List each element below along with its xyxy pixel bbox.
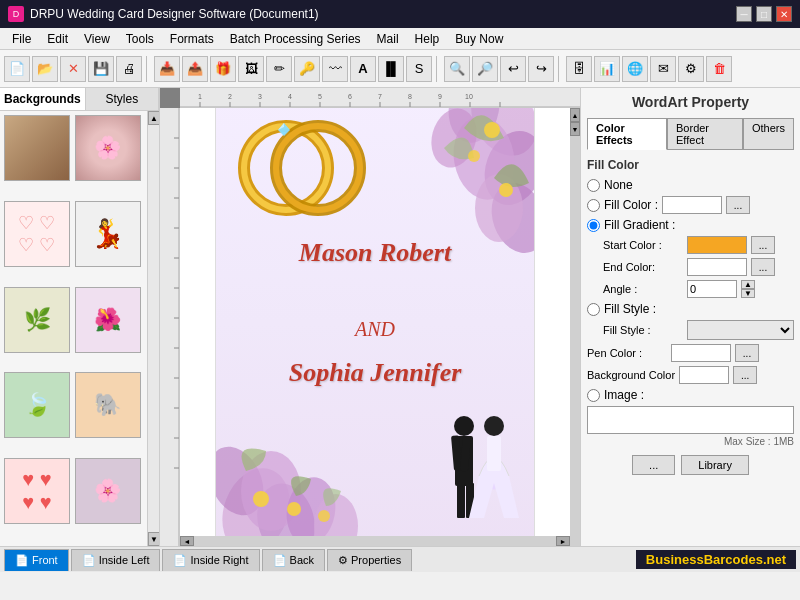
spin-down[interactable]: ▼: [741, 289, 755, 298]
tb-email[interactable]: ✉: [650, 56, 676, 82]
radio-image[interactable]: [587, 389, 600, 402]
tab-front-label: Front: [32, 554, 58, 566]
tb-redo[interactable]: ↪: [528, 56, 554, 82]
maximize-button[interactable]: □: [756, 6, 772, 22]
thumbnail-4[interactable]: 💃: [75, 201, 141, 267]
angle-spinner[interactable]: ▲ ▼: [741, 280, 755, 298]
app-title: DRPU Wedding Card Designer Software (Doc…: [30, 7, 319, 21]
tab-inside-left[interactable]: 📄 Inside Left: [71, 549, 161, 571]
tab-inside-left-label: Inside Left: [99, 554, 150, 566]
scroll-up[interactable]: ▲: [148, 111, 159, 125]
start-color-box[interactable]: [687, 236, 747, 254]
tb-export[interactable]: 📤: [182, 56, 208, 82]
tb-import[interactable]: 📥: [154, 56, 180, 82]
thumbnail-2[interactable]: 🌸: [75, 115, 141, 181]
radio-fill-color[interactable]: [587, 199, 600, 212]
canvas-scrollbar-v[interactable]: ▲ ▼: [570, 108, 580, 546]
left-scrollbar[interactable]: ▲ ▼: [147, 111, 159, 546]
bottom-tabs: 📄 Front 📄 Inside Left 📄 Inside Right 📄 B…: [0, 546, 800, 572]
dots-browse-button[interactable]: ...: [632, 455, 675, 475]
tb-close[interactable]: ✕: [60, 56, 86, 82]
tab-front[interactable]: 📄 Front: [4, 549, 69, 571]
pen-color-dots-btn[interactable]: ...: [735, 344, 759, 362]
angle-input[interactable]: [687, 280, 737, 298]
tb-globe[interactable]: 🌐: [622, 56, 648, 82]
end-color-dots-btn[interactable]: ...: [751, 258, 775, 276]
tb-zoom-out[interactable]: 🔎: [472, 56, 498, 82]
tb-image[interactable]: 🖼: [238, 56, 264, 82]
start-color-dots-btn[interactable]: ...: [751, 236, 775, 254]
tb-new[interactable]: 📄: [4, 56, 30, 82]
end-color-box[interactable]: [687, 258, 747, 276]
menu-formats[interactable]: Formats: [162, 30, 222, 48]
close-button[interactable]: ✕: [776, 6, 792, 22]
tab-inside-right[interactable]: 📄 Inside Right: [162, 549, 259, 571]
scroll-down[interactable]: ▼: [148, 532, 159, 546]
tab-others[interactable]: Others: [743, 118, 794, 150]
tb-wave[interactable]: 〰: [322, 56, 348, 82]
thumbnail-10[interactable]: 🌸: [75, 458, 141, 524]
bg-color-box[interactable]: [679, 366, 729, 384]
tb-print[interactable]: 🖨: [116, 56, 142, 82]
tab-styles[interactable]: Styles: [86, 88, 159, 110]
menu-mail[interactable]: Mail: [369, 30, 407, 48]
image-upload-box[interactable]: [587, 406, 794, 434]
svg-text:4: 4: [288, 93, 292, 100]
couple-silhouette: [439, 408, 519, 531]
window-controls[interactable]: ─ □ ✕: [736, 6, 792, 22]
spin-up[interactable]: ▲: [741, 280, 755, 289]
svg-point-62: [454, 416, 474, 436]
card-text-name2: Sophia Jennifer: [216, 358, 534, 388]
properties-icon: ⚙: [338, 554, 348, 567]
tb-del[interactable]: 🗑: [706, 56, 732, 82]
tb-text[interactable]: A: [350, 56, 376, 82]
minimize-button[interactable]: ─: [736, 6, 752, 22]
thumbnail-9[interactable]: ♥ ♥♥ ♥: [4, 458, 70, 524]
tab-border-effect[interactable]: Border Effect: [667, 118, 743, 150]
thumbnail-6[interactable]: 🌺: [75, 287, 141, 353]
tb-barcode[interactable]: ▐▌: [378, 56, 404, 82]
thumbnail-8[interactable]: 🐘: [75, 372, 141, 438]
floral-top-right: [344, 108, 534, 308]
tab-backgrounds[interactable]: Backgrounds: [0, 88, 86, 110]
thumbnail-5[interactable]: 🌿: [4, 287, 70, 353]
thumbnail-3[interactable]: ♡ ♡♡ ♡: [4, 201, 70, 267]
tb-undo[interactable]: ↩: [500, 56, 526, 82]
rings-decoration: [236, 108, 366, 218]
canvas-area[interactable]: 1 2 3 4 5 6 7 8 9 10: [160, 88, 580, 546]
fill-color-dots-btn[interactable]: ...: [726, 196, 750, 214]
tab-back-label: Back: [290, 554, 314, 566]
tb-shape[interactable]: S: [406, 56, 432, 82]
tb-db[interactable]: 🗄: [566, 56, 592, 82]
radio-fill-style[interactable]: [587, 303, 600, 316]
menu-file[interactable]: File: [4, 30, 39, 48]
menu-edit[interactable]: Edit: [39, 30, 76, 48]
pen-color-box[interactable]: [671, 344, 731, 362]
tb-zoom-in[interactable]: 🔍: [444, 56, 470, 82]
tb-open[interactable]: 📂: [32, 56, 58, 82]
radio-none[interactable]: [587, 179, 600, 192]
fill-color-box[interactable]: [662, 196, 722, 214]
thumbnail-1[interactable]: [4, 115, 70, 181]
tb-settings[interactable]: ⚙: [678, 56, 704, 82]
menu-help[interactable]: Help: [407, 30, 448, 48]
fill-style-select[interactable]: [687, 320, 794, 340]
tab-back[interactable]: 📄 Back: [262, 549, 325, 571]
menu-view[interactable]: View: [76, 30, 118, 48]
radio-fill-gradient[interactable]: [587, 219, 600, 232]
tb-save[interactable]: 💾: [88, 56, 114, 82]
card-canvas[interactable]: Mason Robert AND Sophia Jennifer: [180, 108, 570, 536]
library-button[interactable]: Library: [681, 455, 749, 475]
thumbnail-7[interactable]: 🍃: [4, 372, 70, 438]
tb-eraser[interactable]: 🔑: [294, 56, 320, 82]
menu-batch[interactable]: Batch Processing Series: [222, 30, 369, 48]
bg-color-dots-btn[interactable]: ...: [733, 366, 757, 384]
canvas-scrollbar-h[interactable]: ◄ ►: [180, 536, 570, 546]
menu-buynow[interactable]: Buy Now: [447, 30, 511, 48]
tab-properties[interactable]: ⚙ Properties: [327, 549, 412, 571]
menu-tools[interactable]: Tools: [118, 30, 162, 48]
tb-db2[interactable]: 📊: [594, 56, 620, 82]
tb-pencil[interactable]: ✏: [266, 56, 292, 82]
tab-color-effects[interactable]: Color Effects: [587, 118, 667, 150]
tb-gift[interactable]: 🎁: [210, 56, 236, 82]
